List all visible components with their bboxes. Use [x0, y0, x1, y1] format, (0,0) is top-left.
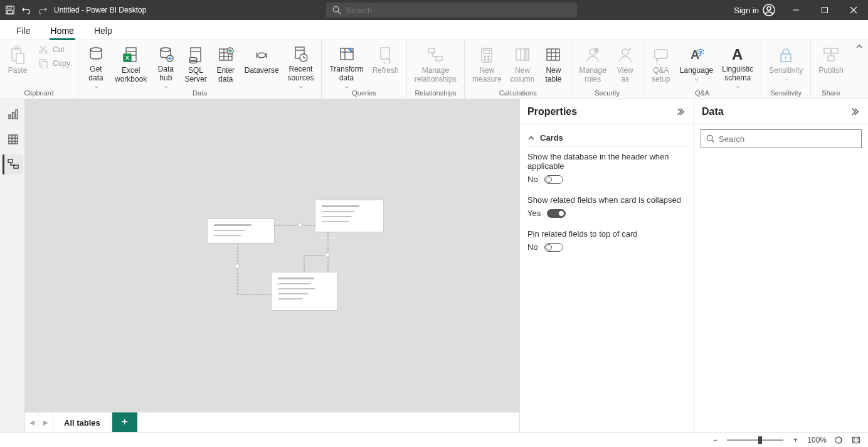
fullscreen-button[interactable] [850, 434, 862, 446]
qasetup-label: Q&A setup [652, 67, 670, 84]
zoom-out-button[interactable]: − [709, 434, 721, 446]
sensitivity-button[interactable]: Sensitivity⌵ [765, 43, 807, 89]
svg-text:字: 字 [697, 48, 704, 57]
table-card[interactable] [271, 272, 337, 311]
tab-help[interactable]: Help [85, 22, 121, 40]
sensitivity-label: Sensitivity [769, 67, 803, 75]
page-tab-all-tables[interactable]: All tables [53, 412, 112, 432]
opt2-toggle[interactable] [547, 209, 566, 218]
chevron-down-icon: ⌵ [299, 83, 302, 89]
minimize-button[interactable] [781, 0, 810, 20]
new-table-button[interactable]: New table [539, 43, 567, 89]
copy-button[interactable]: Copy [33, 57, 74, 70]
sql-button[interactable]: SQL Server [181, 43, 210, 89]
svg-point-48 [484, 56, 485, 57]
new-measure-button[interactable]: New measure [468, 43, 505, 89]
model-canvas[interactable] [25, 99, 519, 412]
schema-icon: A [728, 45, 748, 64]
zoom-in-button[interactable]: + [790, 434, 801, 446]
tab-scroll-left[interactable]: ◂ [25, 412, 39, 432]
tab-file[interactable]: File [8, 22, 40, 40]
group-relationships: Manage relationships Relationships [407, 40, 465, 99]
section-cards-header[interactable]: Cards [527, 129, 686, 147]
enterdata-button[interactable]: Enter data [212, 43, 240, 89]
group-relationships-label: Relationships [415, 89, 456, 98]
roles-button[interactable]: Manage roles [575, 43, 610, 89]
svg-point-30 [189, 58, 197, 61]
data-panel-title: Data [702, 106, 724, 117]
manage-rel-label: Manage relationships [415, 67, 457, 84]
svg-rect-43 [381, 48, 389, 59]
table-card[interactable] [315, 200, 384, 232]
status-bar: − + 100% [0, 432, 868, 447]
close-button[interactable] [839, 0, 868, 20]
datahub-button[interactable]: Data hub⌵ [152, 43, 179, 89]
svg-point-50 [484, 59, 485, 60]
opt1-toggle[interactable] [544, 175, 563, 184]
data-search[interactable] [701, 129, 862, 148]
dataverse-button[interactable]: Dataverse [241, 43, 283, 89]
svg-point-3 [333, 6, 339, 12]
svg-rect-1 [8, 6, 11, 9]
chevron-up-icon [527, 135, 535, 141]
schema-button[interactable]: ALinguistic schema⌵ [718, 43, 757, 89]
group-share: Publish Share [811, 40, 850, 99]
collapse-properties-button[interactable] [677, 107, 686, 116]
data-view-button[interactable] [3, 129, 23, 149]
svg-rect-2 [8, 11, 13, 14]
recent-button[interactable]: Recent sources⌵ [283, 43, 317, 89]
publish-button[interactable]: Publish [815, 43, 847, 89]
qasetup-button[interactable]: Q&A setup [647, 43, 675, 89]
column-icon [512, 45, 532, 65]
data-search-input[interactable] [719, 134, 856, 144]
publish-label: Publish [818, 67, 843, 75]
excel-button[interactable]: XExcel workbook [111, 43, 151, 89]
maximize-button[interactable] [810, 0, 839, 20]
global-search[interactable] [326, 3, 577, 18]
sql-label: SQL Server [184, 67, 206, 84]
opt-pin-related: Pin related fields to top of card No [527, 229, 686, 252]
group-qa-label: Q&A [695, 89, 709, 98]
refresh-button[interactable]: Refresh [369, 43, 403, 89]
svg-rect-73 [13, 112, 14, 119]
model-view-button[interactable] [3, 154, 23, 175]
signin-button[interactable]: Sign in [728, 4, 781, 16]
new-column-button[interactable]: New column [507, 43, 539, 89]
svg-rect-64 [655, 50, 667, 58]
opt3-toggle[interactable] [544, 243, 563, 252]
paste-button[interactable]: Paste [4, 43, 31, 89]
manage-rel-button[interactable]: Manage relationships [411, 43, 460, 89]
table-card[interactable] [207, 218, 275, 244]
svg-rect-19 [41, 62, 47, 68]
report-view-button[interactable] [3, 104, 23, 124]
svg-rect-74 [16, 110, 18, 119]
viewas-button[interactable]: View as [611, 43, 639, 89]
relationship-line [304, 255, 327, 256]
save-button[interactable] [4, 4, 16, 16]
global-search-input[interactable] [346, 6, 571, 15]
tab-home[interactable]: Home [42, 22, 83, 40]
copy-label: Copy [53, 59, 70, 68]
opt3-value: No [527, 242, 538, 252]
opt1-value: No [527, 175, 538, 184]
collapse-data-button[interactable] [852, 107, 860, 116]
group-queries-label: Queries [352, 89, 376, 98]
collapse-ribbon-button[interactable] [853, 41, 865, 51]
relationship-line [275, 225, 315, 226]
add-page-button[interactable]: + [112, 412, 137, 432]
cut-button[interactable]: Cut [33, 43, 74, 57]
fit-page-button[interactable] [833, 434, 844, 446]
get-data-button[interactable]: Get data⌵ [82, 43, 110, 89]
chevron-down-icon: ⌵ [95, 83, 98, 89]
enterdata-icon [216, 45, 236, 65]
recent-label: Recent sources [287, 65, 314, 83]
redo-button[interactable] [36, 4, 49, 16]
chevron-down-icon: ⌵ [736, 83, 739, 89]
language-button[interactable]: A字Language⌵ [676, 43, 717, 89]
tab-scroll-right[interactable]: ▸ [39, 412, 53, 432]
viewas-icon [615, 45, 635, 65]
transform-button[interactable]: Transform data⌵ [326, 43, 367, 89]
undo-button[interactable] [20, 4, 33, 16]
svg-rect-55 [525, 49, 529, 60]
zoom-slider[interactable] [727, 439, 783, 441]
